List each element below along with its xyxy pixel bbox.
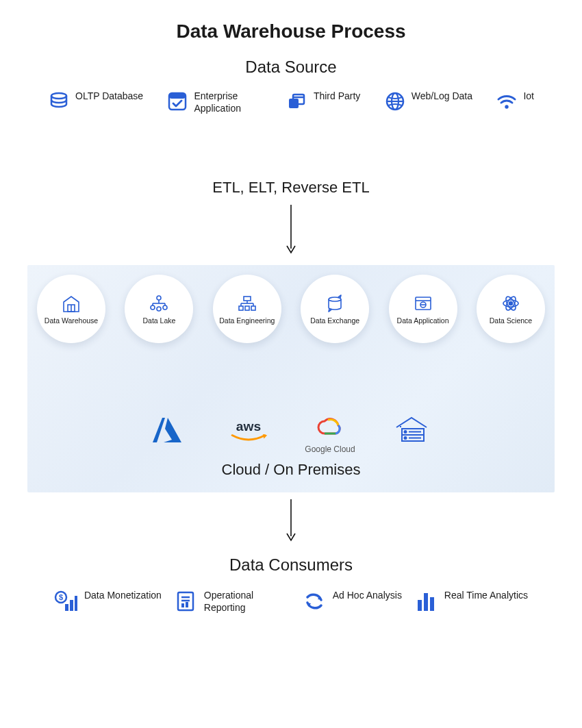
component-label: Data Lake: [138, 316, 179, 325]
arrow-etl-to-components: [27, 203, 555, 257]
svg-rect-30: [245, 306, 249, 310]
globe-icon: [384, 90, 406, 112]
svg-point-54: [404, 437, 406, 439]
svg-rect-67: [418, 600, 422, 611]
windows-stack-icon: [286, 90, 308, 112]
svg-text:$: $: [59, 593, 63, 601]
provider-aws: aws: [227, 414, 270, 449]
provider-label: Google Cloud: [305, 444, 355, 454]
wifi-icon: [496, 90, 518, 112]
svg-text:aws: aws: [236, 419, 261, 434]
money-bar-icon: $: [54, 590, 77, 613]
source-web-log: Web/Log Data: [384, 90, 472, 112]
arrow-down-icon: [339, 350, 340, 399]
warehouse-icon: [60, 293, 83, 314]
arrow-down-icon: [242, 350, 243, 399]
consumers-heading: Data Consumers: [27, 555, 555, 575]
svg-rect-66: [186, 602, 188, 607]
source-third-party: Third Party: [286, 90, 360, 112]
cloud-heading: Cloud / On Premises: [37, 461, 545, 479]
svg-rect-65: [181, 603, 184, 607]
aws-icon: aws: [227, 414, 270, 449]
data-lake-icon: [147, 293, 170, 314]
etl-heading: ETL, ELT, Reverse ETL: [27, 179, 555, 197]
svg-rect-26: [244, 297, 251, 301]
consumer-label: Ad Hoc Analysis: [333, 590, 402, 602]
components-row: Data Warehouse Data Lake: [37, 275, 545, 343]
provider-azure: [149, 414, 192, 449]
consumer-monetization: $ Data Monetization: [54, 590, 162, 614]
component-label: Data Engineering: [215, 316, 279, 325]
svg-rect-2: [169, 93, 186, 99]
svg-point-0: [51, 93, 66, 99]
source-iot: Iot: [496, 90, 534, 112]
source-label: Web/Log Data: [412, 90, 472, 103]
consumer-label: Operational Reporting: [204, 590, 290, 614]
cloud-block: Data Warehouse Data Lake: [27, 265, 555, 492]
svg-point-34: [329, 297, 341, 301]
provider-onprem: [390, 414, 433, 449]
source-label: Third Party: [314, 90, 360, 103]
component-label: Data Warehouse: [40, 316, 102, 325]
source-label: Iot: [523, 90, 534, 103]
bar-chart-icon: [414, 590, 438, 613]
application-icon: [412, 293, 435, 314]
svg-point-21: [151, 305, 155, 310]
svg-point-52: [404, 431, 406, 433]
component-label: Data Exchange: [306, 316, 364, 325]
consumer-reporting: Operational Reporting: [174, 590, 290, 614]
consumer-adhoc: Ad Hoc Analysis: [303, 590, 402, 614]
svg-rect-59: [65, 604, 68, 611]
arrow-down-icon: [485, 121, 486, 169]
component-data-engineering: Data Engineering: [213, 275, 281, 343]
component-data-lake: Data Lake: [125, 275, 193, 343]
arrow-down-icon: [97, 121, 97, 169]
component-data-exchange: Data Exchange: [301, 275, 369, 343]
provider-gcp: Google Cloud: [305, 409, 355, 454]
engineering-icon: [236, 293, 259, 314]
component-data-application: Data Application: [389, 275, 457, 343]
arrow-down-icon: [147, 350, 147, 399]
svg-point-18: [157, 296, 161, 300]
component-data-warehouse: Data Warehouse: [37, 275, 105, 343]
azure-icon: [149, 414, 192, 449]
consumer-label: Real Time Analytics: [444, 590, 528, 602]
arrow-down-icon: [388, 121, 389, 169]
component-label: Data Application: [393, 316, 453, 325]
source-label: Enterprise Application: [194, 90, 262, 114]
svg-point-22: [157, 307, 161, 311]
svg-rect-68: [424, 593, 428, 611]
source-enterprise: Enterprise Application: [166, 90, 262, 114]
arrow-down-icon: [51, 350, 51, 399]
consumer-label: Data Monetization: [84, 590, 162, 602]
database-icon: [48, 90, 70, 112]
exchange-icon: [323, 293, 346, 314]
arrow-down-icon: [531, 350, 531, 399]
svg-rect-31: [251, 306, 255, 310]
component-data-science: Data Science: [477, 275, 545, 343]
svg-rect-29: [239, 306, 243, 310]
checkbox-icon: [166, 90, 188, 112]
page-title: Data Warehouse Process: [27, 21, 555, 42]
svg-point-23: [163, 305, 167, 310]
svg-rect-61: [75, 596, 77, 611]
report-icon: [174, 590, 197, 613]
consumers-row: $ Data Monetization Operational Reportin…: [27, 590, 555, 614]
consumer-realtime: Real Time Analytics: [414, 590, 528, 614]
source-oltp: OLTP Database: [48, 90, 143, 112]
arrows-components-to-providers: [37, 350, 545, 399]
science-icon: [499, 293, 522, 314]
component-label: Data Science: [485, 316, 536, 325]
data-source-heading: Data Source: [27, 58, 555, 77]
arrow-down-icon: [291, 121, 292, 169]
onprem-icon: [390, 414, 433, 449]
svg-point-9: [505, 105, 509, 108]
arrow-down-icon: [435, 350, 435, 399]
source-label: OLTP Database: [75, 90, 143, 103]
data-source-row: OLTP Database Enterprise Application Thi…: [27, 90, 555, 114]
arrow-down-icon: [194, 121, 194, 169]
refresh-icon: [303, 590, 326, 613]
gcp-icon: [308, 409, 352, 443]
svg-rect-60: [70, 600, 73, 611]
providers-row: aws Google Cloud: [37, 409, 545, 454]
